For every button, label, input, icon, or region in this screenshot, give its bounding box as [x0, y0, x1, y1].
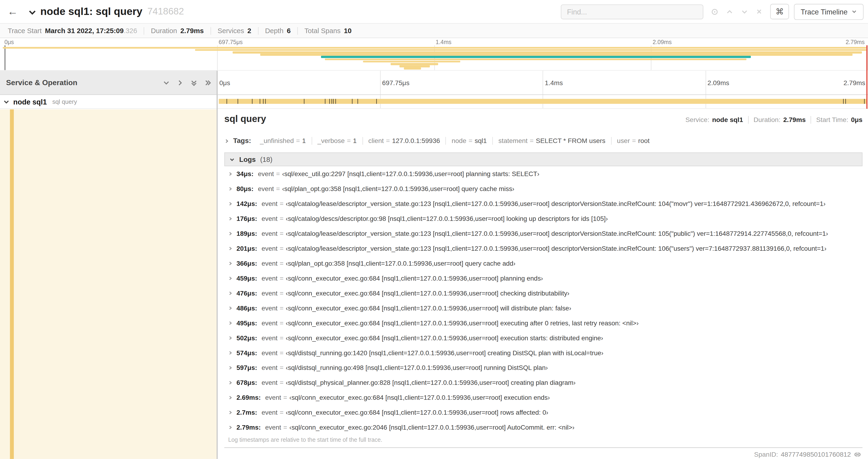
- next-result-icon[interactable]: [741, 8, 748, 15]
- log-row[interactable]: 459μs: event=‹sql/conn_executor_exec.go:…: [224, 270, 862, 286]
- log-marker: [358, 99, 358, 104]
- log-timestamp: 142μs:: [236, 200, 257, 207]
- expand-one-icon[interactable]: [163, 79, 169, 86]
- log-row[interactable]: 189μs: event=‹sql/catalog/lease/descript…: [224, 226, 862, 241]
- log-row[interactable]: 2.7ms: event=‹sql/conn_executor_exec.go:…: [224, 405, 862, 420]
- link-icon[interactable]: [854, 450, 861, 458]
- trace-title: node sql1: sql query: [40, 6, 143, 18]
- minimap-span: [399, 65, 430, 67]
- summary-item: Total Spans 10: [297, 27, 358, 35]
- log-field-name: event: [261, 259, 277, 267]
- chevron-right-icon: [228, 216, 232, 221]
- summary-item: Depth 6: [258, 27, 297, 35]
- log-row[interactable]: 176μs: event=‹sql/catalog/descs/descript…: [224, 211, 862, 226]
- log-field-name: event: [261, 408, 277, 416]
- logs-footnote: Log timestamps are relative to the start…: [224, 435, 862, 447]
- collapse-one-icon[interactable]: [177, 79, 183, 86]
- minimap-tick-labels: 0μs 697.75μs 1.4ms 2.09ms 2.79ms: [0, 39, 868, 45]
- keyboard-shortcuts-button[interactable]: ⌘: [770, 4, 789, 19]
- chevron-right-icon: [228, 350, 232, 355]
- log-equals: =: [280, 289, 283, 297]
- log-field-value: ‹sql/plan_opt.go:358 [nsql1,client=127.0…: [286, 259, 516, 267]
- meta-item: Service:node sql1: [680, 116, 748, 124]
- log-field-name: event: [261, 230, 277, 237]
- tag: client=127.0.0.1:59936: [362, 137, 445, 144]
- meta-item: Start Time:0μs: [811, 116, 862, 124]
- span-service-name: node sql1: [13, 97, 47, 106]
- tag-value: 1: [302, 137, 306, 144]
- span-detail-title: sql query: [224, 114, 266, 125]
- log-timestamp: 366μs:: [236, 259, 257, 267]
- summary-label: Duration: [151, 27, 177, 35]
- span-detail-footer: SpanID: 4877749850101760812: [224, 447, 862, 459]
- log-row[interactable]: 2.69ms: event=‹sql/conn_executor_exec.go…: [224, 390, 862, 405]
- log-row[interactable]: 142μs: event=‹sql/catalog/lease/descript…: [224, 196, 862, 211]
- back-button[interactable]: ←: [4, 3, 21, 20]
- summary-label: Depth: [265, 27, 283, 35]
- trace-minimap[interactable]: 0μs 697.75μs 1.4ms 2.09ms 2.79ms: [0, 39, 868, 71]
- log-timestamp: 201μs:: [236, 244, 257, 252]
- minimap-right-scrubber[interactable]: [866, 45, 868, 109]
- log-field-name: event: [265, 423, 281, 431]
- tick-label: 1.4ms: [436, 39, 452, 45]
- log-row[interactable]: 34μs: event=‹sql/exec_util.go:2297 [nsql…: [224, 166, 862, 181]
- locate-icon[interactable]: [711, 8, 718, 15]
- span-detail-header: sql query Service:node sql1 Duration:2.7…: [224, 114, 862, 134]
- log-equals: =: [280, 215, 283, 222]
- log-row[interactable]: 366μs: event=‹sql/plan_opt.go:358 [nsql1…: [224, 256, 862, 270]
- tick-label: 2.09ms: [708, 78, 729, 86]
- minimap-left-scrubber[interactable]: [4, 45, 6, 70]
- chevron-right-icon: [224, 138, 229, 143]
- tag-key: user: [617, 137, 630, 144]
- tag: statement=SELECT * FROM users: [492, 137, 611, 144]
- tags-toggle[interactable]: Tags:: [224, 137, 251, 144]
- log-row[interactable]: 495μs: event=‹sql/conn_executor_exec.go:…: [224, 315, 862, 330]
- minimap-span: [324, 58, 746, 60]
- log-row[interactable]: 486μs: event=‹sql/conn_executor_exec.go:…: [224, 300, 862, 315]
- log-marker: [846, 99, 846, 104]
- log-row[interactable]: 2.79ms: event=‹sql/conn_executor_exec.go…: [224, 420, 862, 435]
- column-resizer[interactable]: [217, 71, 217, 459]
- chevron-right-icon: [228, 410, 232, 415]
- span-bar[interactable]: [219, 99, 866, 104]
- minimap-span: [404, 68, 421, 70]
- trace-collapse-icon[interactable]: [28, 8, 37, 16]
- log-equals: =: [276, 170, 280, 177]
- clear-search-icon[interactable]: [756, 8, 763, 15]
- log-row[interactable]: 201μs: event=‹sql/catalog/lease/descript…: [224, 241, 862, 256]
- minimap-graph[interactable]: [0, 45, 868, 71]
- trace-summary-bar: Trace Start March 31 2022, 17:25:09.326 …: [0, 23, 868, 38]
- log-row[interactable]: 80μs: event=‹sql/plan_opt.go:358 [nsql1,…: [224, 181, 862, 196]
- prev-result-icon[interactable]: [726, 8, 733, 15]
- log-equals: =: [280, 408, 283, 416]
- log-row[interactable]: 476μs: event=‹sql/conn_executor_exec.go:…: [224, 286, 862, 300]
- tag: user=root: [611, 137, 655, 144]
- tag-key: _unfinished: [260, 137, 294, 144]
- log-message: event=‹sql/distsql_physical_planner.go:8…: [261, 379, 576, 386]
- log-row[interactable]: 574μs: event=‹sql/distsql_running.go:142…: [224, 345, 862, 360]
- find-input[interactable]: [561, 4, 704, 19]
- span-name-cell[interactable]: node sql1 sql query: [0, 95, 217, 108]
- tags-row: Tags: _unfinished=1 _verbose=1 client=12…: [224, 134, 862, 148]
- log-timestamp: 476μs:: [236, 289, 257, 297]
- chevron-down-icon: [851, 9, 857, 14]
- span-collapse-icon[interactable]: [3, 99, 9, 105]
- meta-value: 0μs: [851, 116, 862, 124]
- log-marker: [226, 99, 227, 104]
- logs-accordion-header[interactable]: Logs (18): [224, 153, 862, 166]
- tags-list: _unfinished=1 _verbose=1 client=127.0.0.…: [254, 137, 655, 144]
- logs-count: (18): [260, 156, 273, 163]
- tick-label: 2.09ms: [653, 39, 672, 45]
- log-row[interactable]: 502μs: event=‹sql/conn_executor_exec.go:…: [224, 330, 862, 345]
- collapse-all-icon[interactable]: [205, 79, 211, 86]
- chevron-right-icon: [228, 186, 232, 191]
- expand-all-icon[interactable]: [191, 79, 197, 86]
- tag-value: sql1: [474, 137, 487, 144]
- view-selector-button[interactable]: Trace Timeline: [794, 3, 864, 20]
- log-field-name: event: [261, 215, 277, 222]
- log-field-value: ‹sql/distsql_running.go:498 [nsql1,clien…: [286, 364, 548, 371]
- log-row[interactable]: 678μs: event=‹sql/distsql_physical_plann…: [224, 375, 862, 390]
- log-row[interactable]: 597μs: event=‹sql/distsql_running.go:498…: [224, 360, 862, 375]
- tag-value: 127.0.0.1:59936: [392, 137, 440, 144]
- chevron-down-icon: [229, 157, 235, 162]
